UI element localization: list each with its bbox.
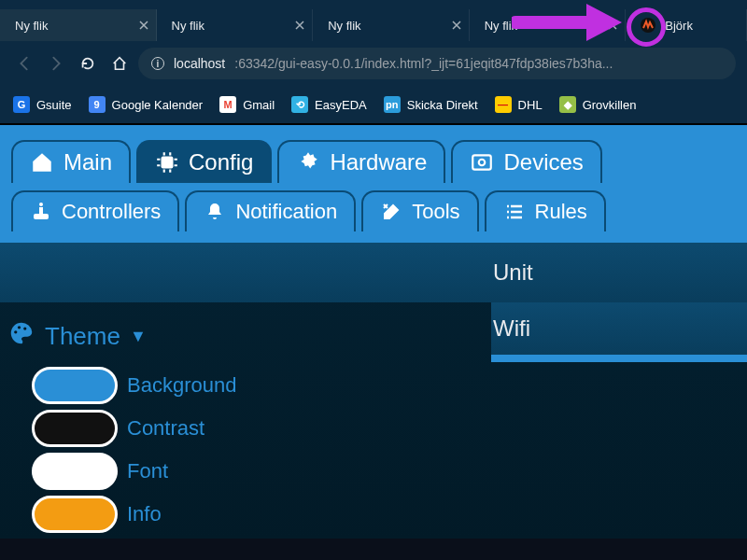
nav-label: Main xyxy=(63,149,112,175)
nav-label: Tools xyxy=(412,200,459,224)
browser-tab[interactable]: Björk xyxy=(626,9,747,41)
swatch-label: Contrast xyxy=(127,416,204,441)
gear-icon xyxy=(296,150,320,175)
bookmark-label: Google Kalender xyxy=(112,98,204,112)
nav-controllers[interactable]: Controllers xyxy=(11,190,179,231)
nav-label: Hardware xyxy=(330,149,427,175)
browser-tab[interactable]: Ny flik xyxy=(313,9,470,41)
theme-header[interactable]: Theme ▼ xyxy=(6,310,491,367)
bookmark-favicon-icon: pn xyxy=(384,96,401,113)
bookmark-favicon-icon: ◆ xyxy=(559,96,576,113)
svg-point-8 xyxy=(14,330,17,333)
bookmark-item[interactable]: ⟲ EasyEDA xyxy=(291,96,367,113)
svg-rect-1 xyxy=(162,157,174,169)
app-root: Main Config Hardware Devices Controllers xyxy=(0,125,747,539)
theme-panel: Theme ▼ Background Contrast Font xyxy=(0,302,491,539)
section-wifi[interactable]: Wifi xyxy=(491,302,747,362)
nav-notification[interactable]: Notification xyxy=(185,190,356,231)
section-unit[interactable]: Unit xyxy=(0,243,747,302)
nav-config[interactable]: Config xyxy=(136,140,272,183)
bookmark-favicon-icon: 9 xyxy=(89,96,106,113)
bookmark-bar: G Gsuite 9 Google Kalender M Gmail ⟲ Eas… xyxy=(0,86,747,123)
bell-icon xyxy=(204,201,226,223)
svg-rect-3 xyxy=(473,155,492,169)
bookmark-item[interactable]: G Gsuite xyxy=(13,96,72,113)
url-bar[interactable]: i localhost:63342/gui-easy-0.0.1/index.h… xyxy=(138,48,736,79)
list-icon xyxy=(503,201,526,223)
browser-tab[interactable]: Ny flik xyxy=(470,9,627,41)
theme-title: Theme xyxy=(45,322,120,351)
bookmark-favicon-icon: G xyxy=(13,96,30,113)
chevron-down-icon: ▼ xyxy=(130,327,147,346)
bookmark-label: EasyEDA xyxy=(315,98,367,112)
url-host: localhost xyxy=(174,56,225,71)
nav-label: Notification xyxy=(235,200,337,224)
bookmark-label: Gsuite xyxy=(36,98,72,112)
bookmark-label: Gmail xyxy=(243,98,275,112)
color-swatch xyxy=(32,410,118,447)
browser-tab[interactable]: Ny flik xyxy=(157,9,314,41)
color-swatch xyxy=(32,496,118,533)
bookmark-label: Skicka Direkt xyxy=(407,98,478,112)
svg-rect-6 xyxy=(39,207,43,214)
tools-icon xyxy=(380,201,402,223)
bookmark-favicon-icon: ⟲ xyxy=(291,96,308,113)
swatch-info[interactable]: Info xyxy=(32,496,491,533)
home-button[interactable] xyxy=(106,50,133,77)
color-swatch xyxy=(32,453,118,490)
bookmark-item[interactable]: M Gmail xyxy=(219,96,275,113)
bookmark-item[interactable]: pn Skicka Direkt xyxy=(384,96,478,113)
swatch-label: Font xyxy=(127,459,168,483)
swatch-label: Info xyxy=(127,502,162,526)
nav-label: Rules xyxy=(535,200,587,224)
browser-tab-bar: Ny flik Ny flik Ny flik Ny flik Björk xyxy=(0,0,747,41)
reload-button[interactable] xyxy=(75,50,101,77)
tab-label: Björk xyxy=(665,19,739,33)
nav-devices[interactable]: Devices xyxy=(451,140,601,183)
close-icon[interactable] xyxy=(452,19,461,33)
bookmark-favicon-icon: — xyxy=(495,96,512,113)
bookmark-favicon-icon: M xyxy=(219,96,236,113)
site-info-icon[interactable]: i xyxy=(151,57,164,70)
swatch-background[interactable]: Background xyxy=(32,367,491,404)
nav-main[interactable]: Main xyxy=(11,140,131,183)
close-icon[interactable] xyxy=(608,19,617,33)
bookmark-item[interactable]: — DHL xyxy=(495,96,543,113)
nav-rules[interactable]: Rules xyxy=(485,190,606,231)
nav-label: Config xyxy=(189,149,253,175)
browser-tab[interactable]: Ny flik xyxy=(0,9,157,41)
svg-point-10 xyxy=(23,327,26,329)
tab-label: Ny flik xyxy=(485,19,609,33)
svg-point-4 xyxy=(479,160,486,166)
color-swatch xyxy=(32,367,118,404)
section-label: Unit xyxy=(0,259,533,286)
svg-point-9 xyxy=(18,326,21,329)
svg-rect-7 xyxy=(34,214,49,219)
nav-hardware[interactable]: Hardware xyxy=(277,140,445,183)
chip-icon xyxy=(155,150,179,175)
tab-label: Ny flik xyxy=(172,19,296,33)
swatch-label: Background xyxy=(127,373,236,398)
nav-tools[interactable]: Tools xyxy=(361,190,478,231)
bookmark-item[interactable]: ◆ Grovkillen xyxy=(559,96,637,113)
forward-button[interactable] xyxy=(43,50,69,77)
section-label: Wifi xyxy=(493,315,530,342)
top-navigation: Main Config Hardware Devices Controllers xyxy=(0,125,747,243)
bookmark-label: Grovkillen xyxy=(583,98,637,112)
home-icon xyxy=(30,150,54,175)
browser-nav-bar: i localhost:63342/gui-easy-0.0.1/index.h… xyxy=(0,41,747,86)
bookmark-item[interactable]: 9 Google Kalender xyxy=(89,96,204,113)
swatch-contrast[interactable]: Contrast xyxy=(32,410,491,447)
bookmark-label: DHL xyxy=(518,98,543,112)
close-icon[interactable] xyxy=(139,19,148,33)
devices-icon xyxy=(470,150,494,175)
url-path: :63342/gui-easy-0.0.1/index.html?_ijt=61… xyxy=(234,56,613,71)
swatch-font[interactable]: Font xyxy=(32,453,491,490)
back-button[interactable] xyxy=(11,50,37,77)
tab-label: Ny flik xyxy=(328,19,452,33)
tab-label: Ny flik xyxy=(15,19,139,33)
svg-point-5 xyxy=(39,203,43,206)
close-icon[interactable] xyxy=(295,19,304,33)
nav-label: Devices xyxy=(503,149,583,175)
controller-icon xyxy=(30,201,52,223)
